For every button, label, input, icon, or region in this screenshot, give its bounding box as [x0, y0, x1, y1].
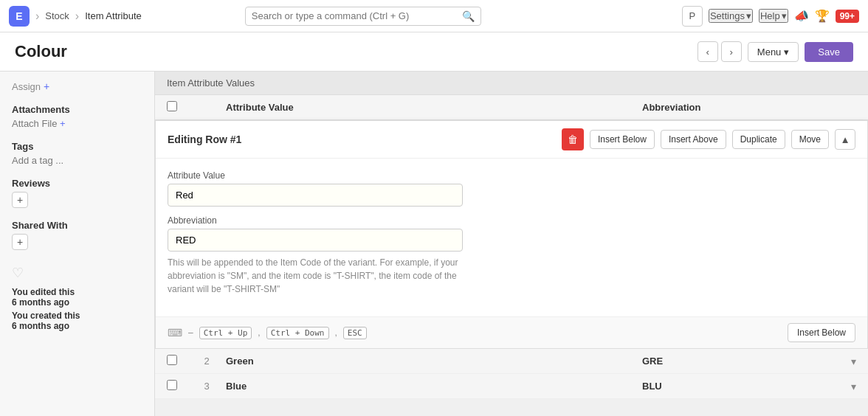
insert-below-footer-button[interactable]: Insert Below	[788, 323, 855, 342]
save-button[interactable]: Save	[805, 42, 853, 62]
abbreviation-field-group: Abbreviation This will be appended to th…	[168, 215, 855, 296]
hint-text: This will be appended to the Item Code o…	[168, 256, 463, 296]
move-button[interactable]: Move	[791, 130, 829, 149]
reviews-add-button[interactable]: +	[12, 192, 28, 208]
attribute-value-input[interactable]	[168, 184, 463, 207]
assign-add-button[interactable]: +	[44, 80, 49, 92]
row2-expand-icon[interactable]: ▾	[851, 356, 856, 367]
notification-badge[interactable]: 99+	[836, 10, 859, 23]
nav-separator-1: ›	[35, 10, 39, 23]
heart-icon: ♡	[12, 265, 142, 281]
attach-file-button[interactable]: +	[60, 118, 66, 129]
tags-title: Tags	[12, 141, 142, 152]
shortcut-dash: –	[188, 327, 193, 338]
edited-text: You edited this 6 months ago	[12, 287, 142, 308]
sidebar-tags-section: Tags Add a tag ...	[12, 141, 142, 166]
created-text: You created this 6 months ago	[12, 311, 142, 331]
shortcut-up: Ctrl + Up	[199, 327, 252, 339]
top-nav: E › Stock › Item Attribute 🔍 P Settings …	[0, 0, 868, 32]
app-icon: E	[9, 6, 30, 27]
duplicate-button[interactable]: Duplicate	[732, 130, 785, 149]
header-actions: ‹ › Menu ▾ Save	[698, 41, 853, 62]
sidebar-reviews-section: Reviews +	[12, 178, 142, 208]
row3-expand-icon[interactable]: ▾	[851, 381, 856, 392]
search-icon: 🔍	[462, 10, 475, 22]
table-row: 3 Blue BLU ▾	[155, 374, 868, 399]
page-header: Colour ‹ › Menu ▾ Save	[0, 32, 868, 72]
row2-abbr: GRE	[642, 356, 819, 367]
table-section-header: Item Attribute Values	[155, 72, 868, 95]
sidebar-footer: ♡ You edited this 6 months ago You creat…	[12, 265, 142, 331]
sidebar-assign-section: Assign +	[12, 80, 142, 92]
editing-panel-header: Editing Row #1 🗑 Insert Below Insert Abo…	[156, 121, 867, 159]
announcement-icon[interactable]: 📣	[794, 9, 809, 23]
nav-item-attribute: Item Attribute	[85, 10, 142, 21]
settings-button[interactable]: Settings ▾	[709, 9, 753, 23]
delete-button[interactable]: 🗑	[562, 128, 584, 150]
editing-panel: Editing Row #1 🗑 Insert Below Insert Abo…	[155, 120, 868, 349]
reviews-title: Reviews	[12, 178, 142, 189]
col-attr-header: Attribute Value	[220, 102, 642, 113]
page-title: Colour	[15, 42, 698, 61]
editing-title: Editing Row #1	[168, 134, 556, 145]
nav-stock[interactable]: Stock	[45, 10, 69, 21]
layout: Assign + Attachments Attach File + Tags …	[0, 72, 868, 416]
attribute-value-field-group: Attribute Value	[168, 170, 855, 207]
nav-arrows: ‹ ›	[698, 41, 742, 62]
keyboard-icon: ⌨	[168, 327, 182, 339]
shortcut-comma2: ,	[335, 327, 337, 338]
sidebar: Assign + Attachments Attach File + Tags …	[0, 72, 155, 416]
next-button[interactable]: ›	[721, 41, 742, 62]
search-bar: 🔍	[245, 7, 481, 26]
section-title: Item Attribute Values	[167, 77, 255, 89]
search-input[interactable]	[252, 10, 458, 21]
avatar: P	[682, 6, 703, 27]
nav-separator-2: ›	[75, 10, 79, 23]
row3-attr: Blue	[220, 381, 642, 392]
shortcut-comma1: ,	[258, 327, 260, 338]
menu-button[interactable]: Menu ▾	[748, 42, 799, 62]
collapse-button[interactable]: ▲	[835, 129, 855, 150]
col-abbr-header: Abbreviation	[642, 102, 819, 113]
sidebar-attachments-section: Attachments Attach File +	[12, 104, 142, 129]
shortcut-esc: ESC	[343, 327, 367, 339]
editing-body: Attribute Value Abbreviation This will b…	[156, 159, 867, 316]
abbreviation-label: Abbreviation	[168, 215, 855, 226]
attach-file-label: Attach File	[12, 118, 57, 129]
attachments-title: Attachments	[12, 104, 142, 115]
insert-below-header-button[interactable]: Insert Below	[590, 130, 655, 149]
shortcut-down: Ctrl + Down	[266, 327, 329, 339]
assign-label: Assign	[12, 81, 41, 92]
row2-checkbox[interactable]	[167, 355, 177, 365]
row3-num: 3	[193, 381, 220, 392]
table-row: 2 Green GRE ▾	[155, 349, 868, 374]
prev-button[interactable]: ‹	[698, 41, 718, 62]
attribute-value-label: Attribute Value	[168, 170, 855, 181]
row3-checkbox[interactable]	[167, 380, 177, 390]
row3-abbr: BLU	[642, 381, 819, 392]
main-content: Item Attribute Values Attribute Value Ab…	[155, 72, 868, 416]
insert-above-button[interactable]: Insert Above	[661, 130, 726, 149]
select-all-checkbox[interactable]	[167, 101, 177, 111]
trophy-icon[interactable]: 🏆	[815, 9, 830, 23]
row2-attr: Green	[220, 356, 642, 367]
table-col-headers: Attribute Value Abbreviation	[155, 95, 868, 120]
add-tag-label[interactable]: Add a tag ...	[12, 155, 63, 166]
help-button[interactable]: Help ▾	[759, 9, 788, 23]
editing-footer: ⌨ – Ctrl + Up , Ctrl + Down , ESC Insert…	[156, 316, 867, 348]
nav-right: P Settings ▾ Help ▾ 📣 🏆 99+	[682, 6, 859, 27]
abbreviation-input[interactable]	[168, 229, 463, 252]
shared-title: Shared With	[12, 220, 142, 231]
shared-add-button[interactable]: +	[12, 234, 28, 250]
sidebar-shared-section: Shared With +	[12, 220, 142, 250]
row2-num: 2	[193, 356, 220, 367]
